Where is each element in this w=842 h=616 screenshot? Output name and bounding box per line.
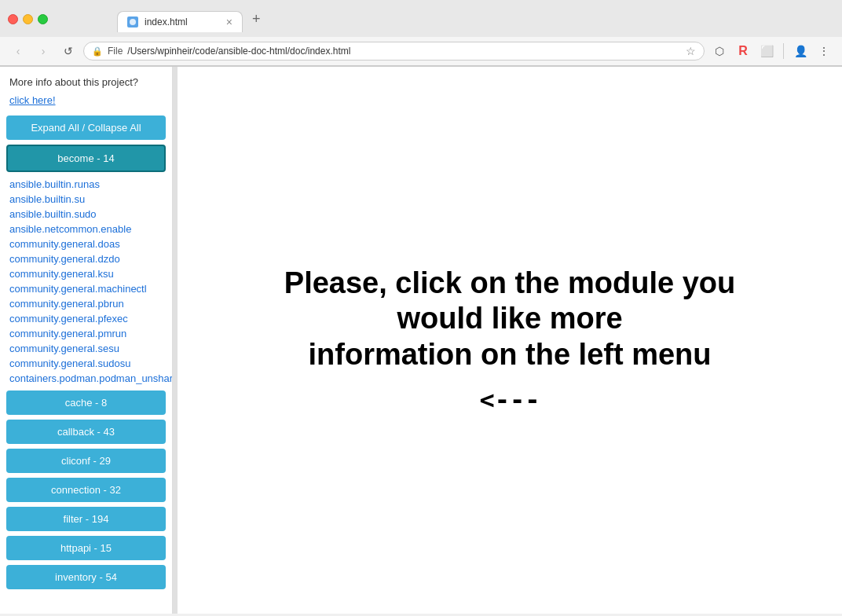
more-options-button[interactable]: ⋮ [814,41,834,61]
traffic-lights [8,14,48,24]
httpapi-category-button[interactable]: httpapi - 15 [6,536,166,560]
become-category-button[interactable]: become - 14 [6,145,166,172]
expand-collapse-button[interactable]: Expand All / Collapse All [6,116,166,140]
lock-icon: 🔒 [92,46,103,57]
module-link-community-general-sudosu[interactable]: community.general.sudosu [6,356,166,371]
module-link-ansible-netcommon-enable[interactable]: ansible.netcommon.enable [6,222,166,236]
inventory-category-button[interactable]: inventory - 54 [6,565,166,589]
url-text: /Users/wpinheir/code/ansible-doc-html/do… [127,46,350,57]
module-link-containers-podman-podman-unshare[interactable]: containers.podman.podman_unshare [6,371,166,386]
maximize-button[interactable] [38,14,48,24]
nav-right-icons: ⬡ R ⬜ 👤 ⋮ [709,41,834,61]
module-link-community-general-machinectl[interactable]: community.general.machinectl [6,281,166,296]
tab-favicon [127,16,138,28]
module-link-ansible-builtin-su[interactable]: ansible.builtin.su [6,192,166,207]
close-button[interactable] [8,14,18,24]
module-link-community-general-ksu[interactable]: community.general.ksu [6,266,166,281]
welcome-line2: information on the left menu [309,338,712,371]
forward-button[interactable]: › [33,41,53,61]
content-area: Please, click on the module you would li… [178,67,842,614]
reload-button[interactable]: ↺ [58,41,79,61]
new-tab-button[interactable]: + [244,6,269,32]
address-bar[interactable]: 🔒 File /Users/wpinheir/code/ansible-doc-… [83,42,705,60]
sidebar: More info about this project? click here… [0,67,173,614]
back-button[interactable]: ‹ [8,41,28,61]
bookmark-icon[interactable]: ☆ [686,45,696,57]
extensions-icon[interactable]: ⬡ [709,41,730,61]
nav-separator [783,43,784,59]
callback-category-button[interactable]: callback - 43 [6,420,166,444]
tab-bar: index.html × + [109,6,276,32]
module-link-community-general-pbrun[interactable]: community.general.pbrun [6,296,166,311]
filter-category-button[interactable]: filter - 194 [6,507,166,531]
svg-point-0 [130,19,136,25]
module-link-community-general-dzdo[interactable]: community.general.dzdo [6,251,166,266]
module-link-ansible-builtin-runas[interactable]: ansible.builtin.runas [6,177,166,192]
module-link-community-general-pmrun[interactable]: community.general.pmrun [6,326,166,341]
active-tab[interactable]: index.html × [117,11,243,32]
cliconf-category-button[interactable]: cliconf - 29 [6,449,166,473]
minimize-button[interactable] [23,14,33,24]
puzzle-icon[interactable]: ⬜ [756,41,777,61]
module-link-community-general-doas[interactable]: community.general.doas [6,236,166,251]
tab-title: index.html [145,16,188,28]
modules-list: ansible.builtin.runas ansible.builtin.su… [6,177,166,386]
nav-bar: ‹ › ↺ 🔒 File /Users/wpinheir/code/ansibl… [0,37,842,66]
welcome-line1: Please, click on the module you would li… [284,266,735,336]
connection-category-button[interactable]: connection - 32 [6,478,166,502]
module-link-ansible-builtin-sudo[interactable]: ansible.builtin.sudo [6,207,166,222]
module-link-community-general-pfexec[interactable]: community.general.pfexec [6,311,166,326]
arrow-indicator: <--- [251,385,769,415]
click-here-link[interactable]: click here! [6,93,166,108]
file-protocol-label: File [108,46,123,57]
tab-close-button[interactable]: × [226,16,232,28]
raindrop-icon[interactable]: R [733,41,753,61]
more-info-text: More info about this project? [6,75,166,90]
account-icon[interactable]: 👤 [790,41,811,61]
welcome-heading: Please, click on the module you would li… [251,266,769,373]
browser-chrome: index.html × + ‹ › ↺ 🔒 File /Users/wpinh… [0,0,842,67]
main-content: More info about this project? click here… [0,67,842,614]
module-link-community-general-sesu[interactable]: community.general.sesu [6,341,166,356]
title-bar: index.html × + [0,0,842,37]
cache-category-button[interactable]: cache - 8 [6,390,166,415]
welcome-message: Please, click on the module you would li… [235,250,785,431]
